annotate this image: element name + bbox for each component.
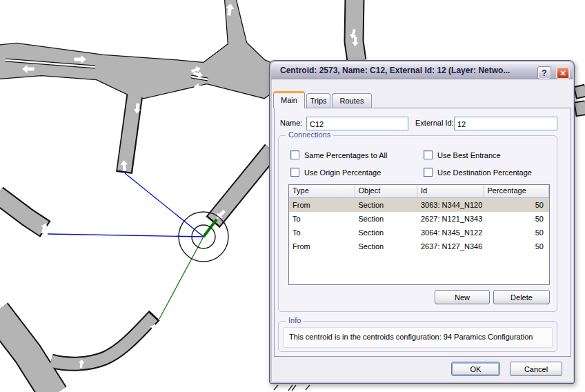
info-groupbox: Info This centroid is in the centroids c… (278, 321, 557, 352)
connections-group-label: Connections (286, 130, 333, 139)
use-destination-percentage-checkbox[interactable] (424, 168, 433, 177)
delete-button[interactable]: Delete (493, 290, 550, 304)
cell-percentage: 50 (484, 239, 549, 253)
table-row[interactable]: To Section 2627: N121_N343 50 (289, 212, 549, 226)
name-label: Name: (280, 119, 302, 127)
use-origin-percentage-checkbox[interactable] (290, 168, 299, 177)
tab-trips[interactable]: Trips (306, 93, 330, 108)
help-icon[interactable]: ? (537, 66, 551, 79)
ok-button[interactable]: OK (451, 362, 500, 376)
connections-groupbox: Connections Same Percentages to All Use … (278, 135, 557, 312)
cell-percentage: 50 (484, 226, 549, 239)
cell-type: To (289, 212, 355, 226)
table-row[interactable]: From Section 3063: N344_N120 50 (289, 198, 549, 212)
cell-object: Section (355, 239, 417, 253)
cell-object: Section (355, 212, 417, 226)
close-icon[interactable]: ✕ (556, 66, 570, 79)
use-best-entrance-checkbox[interactable] (424, 150, 433, 159)
cell-object: Section (355, 198, 417, 212)
column-header-object[interactable]: Object (355, 185, 418, 197)
use-best-entrance-label: Use Best Entrance (437, 151, 501, 159)
use-destination-percentage-label: Use Destination Percentage (437, 168, 532, 177)
column-header-type[interactable]: Type (289, 185, 355, 197)
tab-panel-main: Name: External Id: Connections Same Perc… (274, 108, 571, 357)
new-button[interactable]: New (435, 290, 490, 304)
name-field[interactable] (306, 117, 408, 130)
external-id-field[interactable] (454, 117, 557, 130)
info-group-label: Info (286, 316, 304, 324)
cell-id: 3064: N345_N122 (417, 226, 484, 239)
cell-id: 3063: N344_N120 (417, 198, 484, 212)
centroid-dialog: Centroid: 2573, Name: C12, External Id: … (269, 60, 575, 384)
table-row[interactable]: From Section 2637: N127_N346 50 (289, 239, 549, 253)
dialog-title[interactable]: Centroid: 2573, Name: C12, External Id: … (271, 62, 573, 79)
column-header-id[interactable]: Id (417, 185, 484, 197)
tab-routes[interactable]: Routes (332, 93, 372, 108)
connection-line-blue[interactable] (48, 234, 204, 237)
cell-type: From (289, 198, 355, 212)
connection-line-blue[interactable] (125, 173, 204, 237)
use-origin-percentage-label: Use Origin Percentage (304, 168, 381, 177)
same-percentages-checkbox[interactable] (290, 150, 299, 159)
cancel-button[interactable]: Cancel (510, 362, 562, 376)
cell-percentage: 50 (484, 198, 549, 212)
cell-type: From (289, 239, 355, 253)
column-header-percentage[interactable]: Percentage (484, 185, 550, 197)
table-header-row: Type Object Id Percentage (289, 185, 549, 198)
same-percentages-label: Same Percentages to All (304, 151, 387, 159)
table-row[interactable]: To Section 3064: N345_N122 50 (289, 226, 549, 239)
road-marks-bottom (274, 385, 310, 391)
info-text: This centroid is in the centroids config… (283, 327, 553, 348)
tab-main[interactable]: Main (273, 91, 305, 108)
cell-object: Section (355, 226, 417, 239)
cell-id: 2637: N127_N346 (417, 239, 484, 253)
connections-table[interactable]: Type Object Id Percentage From Section 3… (288, 184, 550, 285)
centroid-connections[interactable] (48, 173, 217, 319)
cell-type: To (289, 226, 355, 239)
cell-percentage: 50 (484, 212, 549, 226)
external-id-label: External Id: (415, 119, 454, 127)
cell-id: 2627: N121_N343 (417, 212, 484, 226)
